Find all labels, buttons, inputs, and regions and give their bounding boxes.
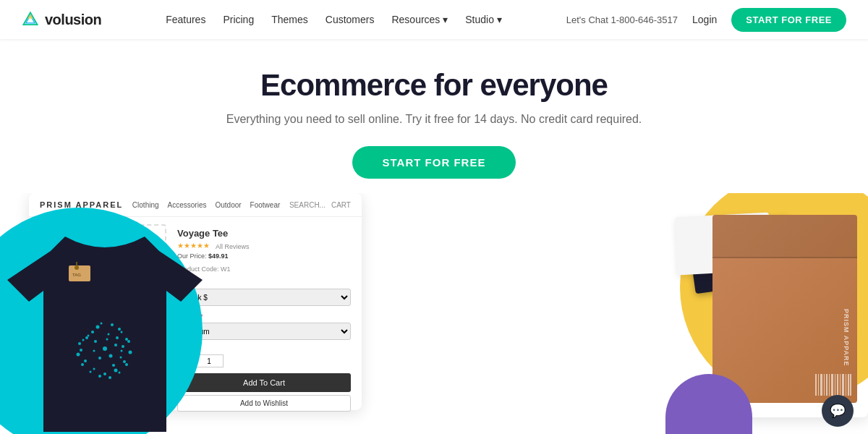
svg-point-23 xyxy=(125,363,128,366)
svg-point-35 xyxy=(98,357,101,359)
ss-nav-accessories: Accessories xyxy=(168,201,207,209)
hero-title: Ecommerce for everyone xyxy=(14,68,854,103)
svg-rect-69 xyxy=(818,374,819,396)
logo-text: volusion xyxy=(45,12,101,28)
svg-rect-77 xyxy=(840,374,841,396)
ss-add-to-wishlist-button[interactable]: Add to Wishlist xyxy=(177,395,351,412)
ss-nav-clothing: Clothing xyxy=(132,201,159,209)
svg-point-12 xyxy=(103,373,106,375)
svg-rect-68 xyxy=(815,374,817,396)
svg-rect-76 xyxy=(837,374,838,396)
nav-item-pricing[interactable]: Pricing xyxy=(223,14,254,25)
screenshot-actions: SEARCH... CART xyxy=(289,201,351,209)
svg-point-42 xyxy=(112,364,115,367)
svg-rect-72 xyxy=(826,374,827,396)
svg-point-9 xyxy=(121,350,123,352)
svg-point-6 xyxy=(108,333,110,336)
ss-nav-outdoor: Outdoor xyxy=(215,201,241,209)
nav-item-customers[interactable]: Customers xyxy=(326,14,375,25)
svg-point-36 xyxy=(93,350,95,352)
svg-rect-73 xyxy=(829,374,830,396)
logo[interactable]: volusion xyxy=(22,11,101,28)
hero-section: Ecommerce for everyone Everything you ne… xyxy=(0,39,868,193)
svg-point-32 xyxy=(103,346,107,351)
svg-point-30 xyxy=(78,342,81,345)
ss-price-line: Our Price: $49.91 xyxy=(177,252,351,260)
ss-review-count: All Reviews xyxy=(216,243,250,250)
nav-links: Features Pricing Themes Customers Resour… xyxy=(166,14,502,25)
ss-product-name: Voyage Tee xyxy=(177,228,351,239)
hero-start-free-button[interactable]: START FOR FREE xyxy=(352,146,516,179)
svg-point-38 xyxy=(106,339,109,341)
svg-rect-81 xyxy=(850,374,851,396)
svg-point-44 xyxy=(75,265,79,270)
svg-point-34 xyxy=(109,354,113,358)
svg-rect-80 xyxy=(848,374,849,396)
svg-point-41 xyxy=(120,357,122,359)
svg-point-27 xyxy=(90,371,92,373)
svg-rect-71 xyxy=(824,374,825,396)
svg-point-39 xyxy=(116,336,119,339)
box-brand-label: PRISM APPARE xyxy=(843,309,850,367)
svg-rect-79 xyxy=(846,374,846,396)
cardboard-box: PRISM APPARE xyxy=(712,215,857,403)
content-area: TAG PRISM APPAREL Clothing Accessories O… xyxy=(0,193,868,434)
svg-text:TAG: TAG xyxy=(72,273,81,277)
svg-rect-74 xyxy=(831,374,833,396)
chat-phone: Let's Chat 1-800-646-3517 xyxy=(566,14,678,25)
chat-bubble-icon: 💬 xyxy=(830,403,846,419)
svg-point-26 xyxy=(98,375,101,378)
svg-point-37 xyxy=(94,340,97,343)
ss-product-code: Product Code: W1 xyxy=(177,265,351,273)
svg-point-11 xyxy=(114,369,118,373)
svg-point-31 xyxy=(88,335,90,337)
svg-rect-70 xyxy=(820,374,822,396)
svg-point-18 xyxy=(101,323,103,325)
ss-add-to-cart-button[interactable]: Add To Cart xyxy=(177,373,351,392)
svg-rect-78 xyxy=(842,374,844,396)
svg-point-24 xyxy=(119,372,121,374)
svg-point-17 xyxy=(91,331,94,333)
nav-start-free-button[interactable]: START FOR FREE xyxy=(731,8,846,32)
ss-cart-label: CART xyxy=(331,201,351,209)
ss-color-select[interactable]: Black $ xyxy=(177,289,351,306)
chat-bubble-button[interactable]: 💬 xyxy=(822,395,854,427)
svg-point-13 xyxy=(93,368,95,370)
navbar: volusion Features Pricing Themes Custome… xyxy=(0,0,868,39)
svg-point-5 xyxy=(96,326,100,329)
ss-qty-label: Qty: xyxy=(177,344,351,352)
svg-point-15 xyxy=(80,349,82,352)
svg-point-7 xyxy=(118,328,121,331)
svg-point-28 xyxy=(81,363,84,366)
svg-point-33 xyxy=(114,344,117,346)
nav-right: Let's Chat 1-800-646-3517 Login START FO… xyxy=(566,8,846,32)
svg-point-4 xyxy=(85,336,88,339)
nav-item-resources[interactable]: Resources ▾ xyxy=(391,14,448,25)
tshirt-image: TAG xyxy=(7,222,203,434)
svg-point-21 xyxy=(127,340,130,343)
svg-point-29 xyxy=(77,353,80,357)
ss-search-label: SEARCH... xyxy=(289,201,326,209)
svg-point-20 xyxy=(121,331,123,333)
ss-nav-footwear: Footwear xyxy=(250,201,281,209)
ss-color-label: Color* xyxy=(177,278,351,286)
svg-point-19 xyxy=(111,323,114,326)
ss-qty-row: − xyxy=(177,354,351,367)
svg-rect-75 xyxy=(835,374,835,396)
svg-point-10 xyxy=(123,360,126,363)
hero-subtitle: Everything you need to sell online. Try … xyxy=(14,113,854,126)
svg-point-16 xyxy=(82,339,85,341)
svg-point-8 xyxy=(125,338,128,341)
svg-point-40 xyxy=(122,345,124,348)
barcode xyxy=(815,374,851,396)
login-link[interactable]: Login xyxy=(692,14,717,25)
ss-size-select[interactable]: Medium xyxy=(177,323,351,340)
svg-point-25 xyxy=(109,376,111,379)
svg-point-14 xyxy=(84,359,87,362)
svg-point-22 xyxy=(129,351,132,354)
logo-icon xyxy=(22,11,39,28)
nav-item-studio[interactable]: Studio ▾ xyxy=(465,14,502,25)
nav-item-features[interactable]: Features xyxy=(166,14,205,25)
nav-item-themes[interactable]: Themes xyxy=(271,14,308,25)
screenshot-nav: Clothing Accessories Outdoor Footwear xyxy=(132,201,280,209)
